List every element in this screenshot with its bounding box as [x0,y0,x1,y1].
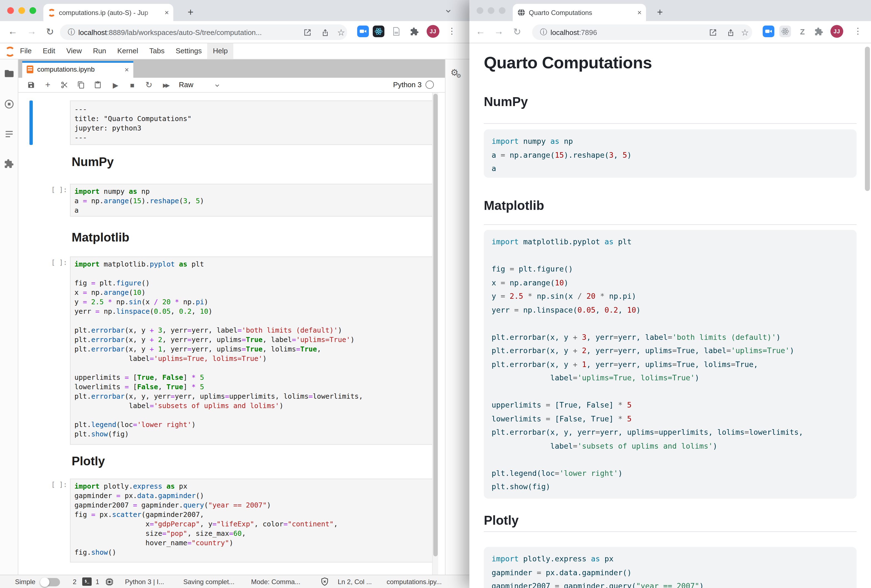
bookmark-star-icon[interactable]: ☆ [739,26,751,38]
share-icon[interactable] [724,26,736,38]
back-button[interactable]: ← [7,25,19,38]
tab-search-chevron-icon[interactable] [444,7,452,15]
trust-shield-icon[interactable] [320,577,330,587]
address-bar[interactable]: ⓘ localhost:7896 ☆ [532,24,752,40]
menu-file[interactable]: File [15,43,37,59]
plotly-code-cell[interactable]: import plotly.express as pxgapminder = p… [70,479,434,563]
forward-button[interactable]: → [25,25,38,38]
restart-kernel-button[interactable]: ↻ [144,80,154,90]
active-cell-indicator [30,100,33,145]
zoom-extension-icon[interactable] [357,25,369,37]
new-tab-button[interactable]: + [183,5,198,19]
tab-close-icon[interactable]: × [638,9,642,16]
address-bar[interactable]: ⓘ localhost:8889/lab/workspaces/auto-S/t… [60,24,347,40]
profile-avatar[interactable]: JJ [831,25,843,38]
close-window-button[interactable] [477,7,483,14]
matplotlib-code-cell[interactable]: import matplotlib.pyplot as plt fig = pl… [70,257,434,445]
markdown-heading-numpy: NumPy [72,155,114,169]
browser-tab-jupyterlab[interactable]: computations.ip (auto-S) - Jup × [43,4,173,21]
run-cell-button[interactable]: ▶ [111,80,121,90]
copy-cell-button[interactable] [76,80,86,90]
restart-run-all-button[interactable]: ▶▶ [160,80,171,90]
raw-cell-editor[interactable]: ---title: "Quarto Computations"jupyter: … [70,100,434,145]
globe-favicon [517,8,525,16]
section-divider [484,531,856,532]
kernel-status-icon[interactable] [425,81,434,89]
kernel-status-text[interactable]: Python 3 | I... [125,578,164,586]
menu-edit[interactable]: Edit [37,43,61,59]
jupyter-favicon [48,9,55,16]
add-cell-button[interactable]: + [43,80,53,90]
forward-button[interactable]: → [493,25,505,38]
menu-view[interactable]: View [61,43,87,59]
close-window-button[interactable] [7,7,14,14]
bookmark-star-icon[interactable]: ☆ [335,26,347,38]
browser-menu-icon[interactable]: ⋮ [448,26,456,36]
profile-avatar[interactable]: JJ [427,25,439,38]
reload-button[interactable]: ↻ [44,25,56,38]
reload-button[interactable]: ↻ [511,25,523,38]
cut-cell-button[interactable] [60,80,69,90]
markdown-heading-matplotlib: Matplotlib [72,230,129,245]
numpy-code-block: import numpy as npa = np.arange(15).resh… [484,129,856,178]
react-extension-icon[interactable] [779,25,791,37]
terminal-icon[interactable]: $_ [82,578,92,586]
running-kernels-icon[interactable] [4,99,15,109]
cell-type-dropdown[interactable]: Raw [179,81,193,89]
interrupt-kernel-button[interactable]: ■ [127,80,137,90]
notebook-tab[interactable]: computations.ipynb × [22,61,133,78]
extension-manager-icon[interactable] [4,159,15,169]
extensions-puzzle-icon[interactable] [813,25,825,37]
paste-cell-button[interactable] [93,80,103,90]
save-button[interactable] [26,80,36,90]
cell-prompt: [ ]: [40,186,67,194]
simple-mode-label: Simple [15,578,35,586]
file-browser-icon[interactable] [4,68,15,79]
cursor-position[interactable]: Ln 2, Col ... [338,578,372,586]
property-inspector-gear-icon[interactable]: ⚙⚙ [450,67,464,78]
extensions-puzzle-icon[interactable] [408,25,420,37]
minimize-window-button[interactable] [18,7,25,14]
section-heading-matplotlib: Matplotlib [484,198,544,213]
mode-indicator[interactable]: Mode: Comma... [251,578,300,586]
site-info-icon[interactable]: ⓘ [68,27,75,37]
quarto-browser-window: Quarto Computations × + ← → ↻ ⓘ localhos… [469,0,871,588]
back-button[interactable]: ← [474,25,486,38]
z-extension-icon[interactable]: Z [796,25,808,37]
open-in-new-icon[interactable] [301,26,313,38]
site-info-icon[interactable]: ⓘ [540,27,547,37]
menu-help[interactable]: Help [207,43,233,59]
cell-prompt: [ ]: [40,259,67,267]
notebook-scrollbar[interactable] [432,93,438,575]
jupyter-logo [5,47,15,57]
minimize-window-button[interactable] [488,7,494,14]
browser-menu-icon[interactable]: ⋮ [854,26,862,36]
share-icon[interactable] [319,26,331,38]
menu-run[interactable]: Run [87,43,112,59]
browser-tab-quarto[interactable]: Quarto Computations × [513,4,646,21]
page-scrollbar[interactable] [865,47,870,191]
menu-settings[interactable]: Settings [170,43,207,59]
table-of-contents-icon[interactable] [4,129,15,139]
kernel-chip-icon[interactable] [105,577,114,587]
react-extension-icon[interactable] [373,25,385,37]
notebook-panel: computations.ipynb × + [18,60,445,575]
open-in-new-icon[interactable] [706,26,719,38]
notebook-tab-close-icon[interactable]: × [125,66,129,73]
simple-mode-toggle[interactable] [40,578,60,587]
menu-tabs[interactable]: Tabs [144,43,170,59]
left-browser-toolbar: ← → ↻ ⓘ localhost:8889/lab/workspaces/au… [0,21,469,43]
kernels-count: 1 [96,578,99,586]
zoom-window-button[interactable] [499,7,506,14]
tab-close-icon[interactable]: × [165,9,169,16]
document-extension-icon[interactable] [391,25,402,37]
new-tab-button[interactable]: + [653,5,667,19]
kernel-name-button[interactable]: Python 3 [393,81,422,89]
cell-type-chevron-icon[interactable] [214,82,220,89]
menu-kernel[interactable]: Kernel [112,43,144,59]
zoom-window-button[interactable] [30,7,36,14]
numpy-code-cell[interactable]: import numpy as npa = np.arange(15).resh… [70,184,434,216]
url-text: localhost:7896 [551,28,597,37]
plotly-code-block: import plotly.express as pxgapminder = p… [484,547,856,588]
zoom-extension-icon[interactable] [763,25,774,37]
